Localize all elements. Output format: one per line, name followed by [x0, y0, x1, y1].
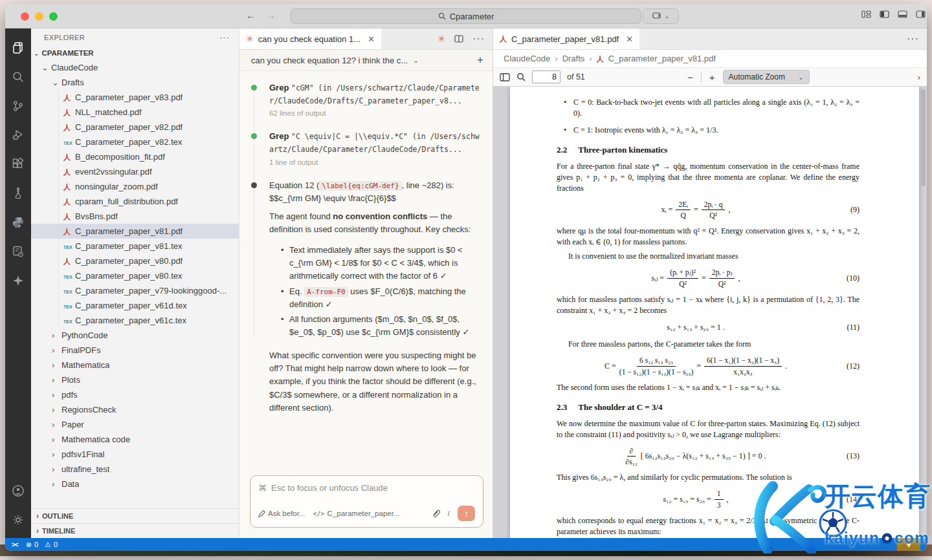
file-tree-row[interactable]: Plots: [31, 372, 239, 387]
file-tree-row[interactable]: C_parameter_paper_v79-lookinggood-...: [31, 283, 239, 298]
pdf-viewer-area[interactable]: C = 0: Back-to-back two-jet events with …: [493, 87, 927, 538]
split-editor-icon[interactable]: [454, 35, 463, 43]
claude-sparkle-activity-icon[interactable]: [5, 266, 31, 295]
file-tree-row[interactable]: C_parameter_paper_v61d.tex: [31, 298, 239, 313]
breadcrumb-item[interactable]: ClaudeCode: [504, 54, 550, 63]
slash-command-button[interactable]: /: [448, 510, 450, 517]
conversation-title[interactable]: can you check equation 12? i think the c…: [251, 56, 408, 65]
workspace-root-row[interactable]: ⌄ CPARAMETER: [31, 46, 239, 60]
file-tree-row[interactable]: pdfs: [31, 387, 239, 402]
toggle-panel-icon[interactable]: [898, 10, 907, 18]
file-tree-row[interactable]: Data: [31, 477, 239, 491]
breadcrumb-item[interactable]: C_parameter_paper_v81.pdf: [608, 54, 716, 63]
file-tree-row[interactable]: RegionsCheck: [31, 402, 239, 417]
customize-layout-icon[interactable]: [861, 10, 871, 18]
notebook-tools-activity-icon[interactable]: [5, 237, 31, 266]
new-claude-chat-icon[interactable]: ✳: [438, 34, 445, 44]
file-tree-row[interactable]: ultrafine_test: [31, 462, 239, 477]
workspace-root-label: CPARAMETER: [41, 49, 93, 57]
zoom-out-button[interactable]: −: [687, 72, 693, 83]
send-button[interactable]: ↑: [458, 506, 475, 521]
toggle-primary-sidebar-icon[interactable]: [880, 10, 889, 18]
file-tree-row[interactable]: cparam_full_distribution.pdf: [31, 194, 239, 209]
claude-input-box[interactable]: ⌘ Esc to focus or unfocus Claude Ask bef…: [250, 475, 483, 528]
explorer-activity-icon[interactable]: [5, 33, 31, 62]
file-tree-row[interactable]: C_parameter_paper_v61c.tex: [31, 313, 239, 328]
permission-mode-button[interactable]: Ask befor...: [258, 510, 305, 517]
pdf-toolbar: of 51 − + Automatic Zoom ⌄ ›: [493, 67, 927, 87]
pdf-tab[interactable]: C_parameter_paper_v81.pdf ✕: [493, 28, 639, 49]
file-tree-row[interactable]: Mathematica code: [31, 432, 239, 447]
section-title: The shoulder at C = 3/4: [578, 402, 662, 412]
back-button[interactable]: ←: [246, 10, 256, 21]
file-tree-row[interactable]: C_parameter_paper_v81.pdf: [31, 224, 239, 239]
context-file-button[interactable]: </> C_parameter_paper...: [313, 510, 400, 517]
close-traffic-light[interactable]: [21, 12, 29, 21]
search-activity-icon[interactable]: [5, 62, 31, 91]
toolbar-overflow-chevron-icon[interactable]: ›: [918, 72, 920, 82]
file-tree-row[interactable]: Drafts: [31, 75, 239, 90]
title-bar: ← → Cparameter ⌄: [5, 4, 927, 28]
explorer-more-actions-icon[interactable]: ···: [219, 32, 230, 42]
session-switcher-button[interactable]: ⌄: [643, 8, 679, 24]
close-icon[interactable]: ✕: [626, 34, 633, 44]
pdf-scrollbar-thumb[interactable]: [921, 89, 926, 186]
minimize-traffic-light[interactable]: [35, 12, 43, 21]
file-tree-row[interactable]: Paper: [31, 417, 239, 432]
file-name-label: FinalPDFs: [61, 345, 101, 355]
command-center-search[interactable]: Cparameter: [291, 8, 641, 24]
closing-paragraph: What specific convention were you suspec…: [269, 349, 482, 415]
file-tree-row[interactable]: C_parameter_paper_v83.pdf: [31, 90, 239, 105]
paragraph-text: where qμ is the total four-momentum with…: [557, 226, 860, 246]
file-type-icon: [63, 182, 75, 192]
zoom-traffic-light[interactable]: [49, 12, 58, 21]
file-tree-row[interactable]: C_parameter_paper_v80.tex: [31, 268, 239, 283]
timeline-section-header[interactable]: › TIMELINE: [31, 523, 239, 538]
chevron-down-icon[interactable]: ⌄: [413, 56, 419, 65]
problems-status-item[interactable]: ⊗0 ⚠0: [26, 541, 58, 549]
zoom-in-button[interactable]: +: [709, 72, 715, 83]
tool-call-item[interactable]: Grep "C \equiv|C = |\\equiv.*C" (in /Use…: [251, 130, 482, 166]
remote-indicator-icon[interactable]: ><: [12, 541, 18, 548]
zoom-level-select[interactable]: Automatic Zoom ⌄: [723, 70, 810, 84]
file-tree-row[interactable]: FinalPDFs: [31, 343, 239, 358]
extensions-activity-icon[interactable]: [5, 149, 31, 178]
tool-call-item[interactable]: Grep "cGM" (in /Users/schwartz/Claude/Cp…: [251, 81, 482, 117]
file-tree-row[interactable]: BvsBns.pdf: [31, 209, 239, 224]
forward-button[interactable]: →: [266, 10, 276, 21]
run-debug-activity-icon[interactable]: [5, 120, 31, 149]
page-number-input[interactable]: [532, 70, 560, 83]
file-tree-row[interactable]: C_parameter_paper_v82.tex: [31, 135, 239, 149]
file-tree-row[interactable]: B_decomposition_fit.pdf: [31, 149, 239, 164]
file-tree-row[interactable]: C_parameter_paper_v80.pdf: [31, 253, 239, 268]
settings-gear-icon[interactable]: [5, 505, 31, 534]
toggle-secondary-sidebar-icon[interactable]: [916, 10, 926, 18]
new-conversation-button[interactable]: +: [477, 54, 483, 67]
source-control-activity-icon[interactable]: [5, 91, 31, 120]
chat-tab[interactable]: ✳ can you check equation 1... ✕: [239, 28, 381, 49]
account-icon[interactable]: [5, 476, 31, 505]
outline-section-header[interactable]: › OUTLINE: [31, 508, 239, 523]
file-tree-row[interactable]: ClaudeCode: [31, 60, 239, 75]
more-actions-icon[interactable]: ···: [907, 33, 919, 45]
file-tree-row[interactable]: Mathematica: [31, 358, 239, 372]
more-actions-icon[interactable]: ···: [472, 33, 485, 45]
close-icon[interactable]: ✕: [368, 34, 375, 44]
paragraph-text: C = 0: Back-to-back two-jet events with …: [573, 98, 860, 118]
pdf-find-icon[interactable]: [516, 72, 526, 81]
file-tree-row[interactable]: C_parameter_paper_v82.pdf: [31, 120, 239, 135]
file-name-label: Drafts: [61, 78, 84, 87]
python-activity-icon[interactable]: [5, 208, 31, 237]
toggle-pdf-sidebar-icon[interactable]: [500, 73, 510, 81]
file-tree-row[interactable]: NLL_matched.pdf: [31, 105, 239, 120]
file-tree-row[interactable]: PythonCode: [31, 328, 239, 343]
testing-activity-icon[interactable]: [5, 178, 31, 208]
file-tree-row[interactable]: event2vssingular.pdf: [31, 164, 239, 179]
file-name-label: C_parameter_paper_v80.pdf: [75, 256, 183, 266]
file-tree-row[interactable]: nonsingular_zoom.pdf: [31, 179, 239, 194]
attach-paperclip-icon[interactable]: [432, 509, 440, 518]
chat-transcript[interactable]: Grep "cGM" (in /Users/schwartz/Claude/Cp…: [239, 71, 493, 469]
breadcrumb-item[interactable]: Drafts: [562, 54, 585, 63]
file-tree-row[interactable]: pdfsv1Final: [31, 447, 239, 462]
file-tree-row[interactable]: C_parameter_paper_v81.tex: [31, 239, 239, 253]
